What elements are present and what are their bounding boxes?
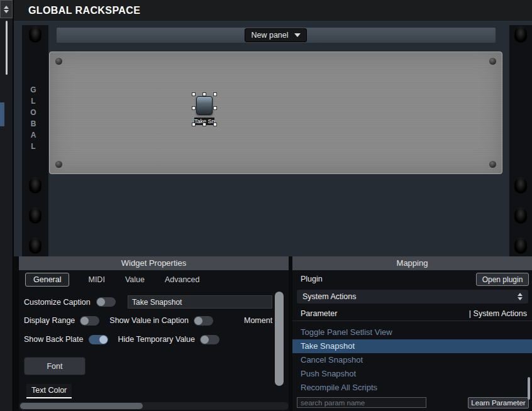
arrow-down-icon xyxy=(518,297,523,300)
select-arrows-icon xyxy=(518,293,523,300)
panel-screw xyxy=(489,58,496,65)
parameter-header-row: Parameter | System Actions xyxy=(292,307,532,321)
learn-parameter-button[interactable]: Learn Parameter xyxy=(468,397,529,408)
tab-value[interactable]: Value xyxy=(124,273,146,287)
momentary-label-truncated: Moment xyxy=(244,314,274,327)
toggle-knob xyxy=(194,317,202,325)
panel-screw xyxy=(55,161,62,168)
search-param-input[interactable] xyxy=(297,397,426,408)
rack-screw xyxy=(29,207,42,224)
rack-panel[interactable]: Take Snapshot xyxy=(49,52,502,174)
mapping-panel: Mapping Plugin Open plugin System Action… xyxy=(292,256,532,411)
toggle-knob xyxy=(201,336,209,344)
text-color-button[interactable]: Text Color xyxy=(26,384,72,398)
tab-general[interactable]: General xyxy=(25,273,69,287)
hide-temporary-value-label: Hide Temporary Value xyxy=(118,335,196,344)
selection-handle[interactable] xyxy=(213,106,217,110)
rack-screw xyxy=(514,207,527,224)
widget-properties-tabs: General MIDI Value Advanced xyxy=(19,270,289,289)
selection-handle[interactable] xyxy=(213,123,217,126)
parameter-list: Toggle Panel Setlist View Take Snapshot … xyxy=(292,326,532,395)
sidebar-scroll-arrows-button[interactable] xyxy=(0,0,13,18)
selection-handle[interactable] xyxy=(192,106,196,110)
show-value-in-caption-label: Show Value in Caption xyxy=(109,316,189,325)
parameter-item[interactable]: Recompile All Scripts xyxy=(292,381,532,395)
toggle-knob xyxy=(99,336,108,344)
rack-editor-area: New panel GLOBAL Take Snapshot xyxy=(14,21,532,256)
widget-properties-panel: Widget Properties General MIDI Value Adv… xyxy=(19,256,289,411)
toggle-knob xyxy=(97,298,105,306)
button-widget[interactable] xyxy=(196,96,213,115)
page-title: GLOBAL RACKSPACE xyxy=(14,0,532,21)
caret-down-icon xyxy=(294,33,301,37)
open-plugin-button[interactable]: Open plugin xyxy=(476,273,529,286)
hide-temporary-value-toggle[interactable] xyxy=(200,335,219,344)
selection-handle[interactable] xyxy=(202,123,206,126)
font-button[interactable]: Font xyxy=(24,357,86,375)
display-range-toggle[interactable] xyxy=(80,316,99,326)
parameter-item[interactable]: Cancel Snapshot xyxy=(292,353,532,367)
rack-screw xyxy=(29,26,42,43)
plugin-select[interactable]: System Actions xyxy=(297,290,528,304)
tab-midi[interactable]: MIDI xyxy=(87,273,106,287)
widget-properties-header: Widget Properties xyxy=(19,256,289,270)
arrow-down-icon xyxy=(4,10,9,13)
rack-screw xyxy=(29,177,42,194)
mapping-header: Mapping xyxy=(292,256,532,270)
rack-screw xyxy=(514,177,527,194)
rack-screw xyxy=(514,26,527,43)
selection-handle[interactable] xyxy=(192,123,196,126)
plugin-label: Plugin xyxy=(301,275,323,283)
show-back-plate-toggle[interactable] xyxy=(89,335,108,344)
parameter-label: Parameter xyxy=(301,309,337,318)
parameter-source-label: | System Actions xyxy=(469,309,527,318)
panel-screw xyxy=(489,161,496,168)
parameter-item-selected[interactable]: Take Snapshot xyxy=(292,339,532,353)
show-back-plate-label: Show Back Plate xyxy=(24,335,84,344)
widget-properties-vertical-scrollbar[interactable] xyxy=(275,292,284,386)
customize-caption-label: Customize Caption xyxy=(24,298,91,307)
selected-widget[interactable]: Take Snapshot xyxy=(193,94,216,125)
rack-screw xyxy=(29,238,42,254)
arrow-up-icon xyxy=(4,6,9,9)
parameter-item[interactable]: Push Snapshot xyxy=(292,367,532,381)
app-window: GLOBAL RACKSPACE New panel GLOBAL Take S… xyxy=(0,0,532,411)
widget-properties-horizontal-scrollbar-thumb[interactable] xyxy=(20,403,143,409)
display-range-label: Display Range xyxy=(24,316,75,325)
widget-properties-horizontal-scrollbar-track[interactable] xyxy=(19,402,289,410)
arrow-up-icon xyxy=(518,293,523,296)
caption-input[interactable] xyxy=(128,295,272,309)
sidebar-scrollbar-thumb[interactable] xyxy=(6,21,8,75)
selection-handle[interactable] xyxy=(192,92,196,96)
selection-handle[interactable] xyxy=(202,92,206,96)
rackspace-sidebar xyxy=(0,0,13,411)
global-rackspace-label: GLOBAL xyxy=(29,79,44,160)
mapping-vertical-scrollbar[interactable] xyxy=(528,377,530,400)
rack-screw xyxy=(514,238,527,254)
customize-caption-toggle[interactable] xyxy=(96,297,116,307)
parameter-item[interactable]: Toggle Panel Setlist View xyxy=(292,326,532,339)
new-panel-label: New panel xyxy=(251,31,288,40)
tab-advanced[interactable]: Advanced xyxy=(163,273,201,287)
toggle-knob xyxy=(80,317,89,325)
panel-screw xyxy=(55,58,62,65)
plugin-select-value: System Actions xyxy=(302,292,356,301)
show-value-in-caption-toggle[interactable] xyxy=(194,316,213,326)
selection-handle[interactable] xyxy=(213,92,217,96)
selected-rackspace-indicator[interactable] xyxy=(0,102,4,126)
new-panel-button[interactable]: New panel xyxy=(245,28,307,42)
